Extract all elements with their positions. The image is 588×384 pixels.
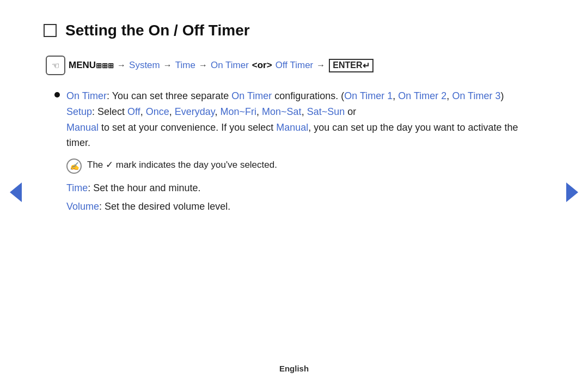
note-prefix: The (87, 160, 106, 170)
arrow-3: → (199, 60, 207, 70)
setup-label: Setup (66, 106, 92, 117)
page-container: Setting the On / Off Timer ☜ MENU⊞⊞⊞ → S… (0, 0, 588, 384)
checkbox-icon (44, 24, 57, 37)
volume-item-desc: : Set the desired volume level. (99, 201, 230, 212)
or-text: or (345, 106, 356, 117)
comma-5: , (215, 106, 220, 117)
enter-button: ENTER↵ (329, 59, 373, 72)
setup-desc2: to set at your convenience. If you selec… (99, 122, 276, 133)
manual-val: Manual (66, 122, 99, 133)
note-row: ✍ The ✓ mark indicates the day you've se… (66, 157, 544, 174)
or-label: <or> (252, 60, 272, 71)
sat-sun-val: Sat~Sun (307, 106, 345, 117)
time-item-label: Time (66, 182, 88, 193)
note-text: The ✓ mark indicates the day you've sele… (87, 157, 277, 172)
comma-7: , (302, 106, 307, 117)
everyday-val: Everyday (175, 106, 215, 117)
on-timer-3: On Timer 3 (452, 90, 500, 101)
setup-desc1: : Select (92, 106, 127, 117)
once-val: Once (146, 106, 169, 117)
note-suffix: mark indicates the day you've selected. (113, 160, 277, 170)
comma-6: , (256, 106, 262, 117)
comma-4: , (169, 106, 175, 117)
volume-item-label: Volume (66, 201, 99, 212)
time-item: Time: Set the hour and minute. (66, 180, 544, 197)
on-timer-2: On Timer 2 (398, 90, 446, 101)
on-timer-desc1: : You can set three separate (107, 90, 231, 101)
on-timer-1: On Timer 1 (344, 90, 393, 101)
manual-ref: Manual (276, 122, 308, 133)
checkmark: ✓ (106, 160, 113, 170)
page-title: Setting the On / Off Timer (65, 22, 250, 39)
off-timer-menu: Off Timer (275, 60, 314, 71)
nav-arrow-left[interactable] (10, 182, 22, 202)
volume-item: Volume: Set the desired volume level. (66, 199, 544, 215)
note-icon: ✍ (66, 159, 82, 174)
on-timer-menu: On Timer (211, 60, 249, 71)
content-section: On Timer: You can set three separate On … (54, 88, 544, 215)
on-timer-label: On Timer (66, 90, 107, 101)
time-item-desc: : Set the hour and minute. (88, 182, 200, 193)
arrow-4: → (316, 60, 325, 70)
time-label: Time (175, 60, 195, 71)
menu-hand-icon: ☜ (46, 56, 65, 75)
off-val: Off (127, 106, 140, 117)
on-timer-ref: On Timer (231, 90, 272, 101)
footer-language: English (279, 364, 309, 373)
menu-path: ☜ MENU⊞⊞⊞ → System → Time → On Timer <or… (46, 56, 544, 75)
bullet-content: On Timer: You can set three separate On … (66, 88, 544, 151)
bullet-dot (54, 92, 60, 97)
system-label: System (129, 60, 160, 71)
mon-sat-val: Mon~Sat (262, 106, 302, 117)
menu-label: MENU⊞⊞⊞ (69, 60, 114, 71)
on-timer-close: ) (500, 90, 504, 101)
enter-label: ENTER (333, 60, 362, 70)
page-title-row: Setting the On / Off Timer (44, 22, 544, 39)
on-timer-desc2: configurations. ( (272, 90, 344, 101)
comma-2: , (446, 90, 452, 101)
arrow-1: → (117, 60, 126, 70)
mon-fri-val: Mon~Fri (220, 106, 257, 117)
nav-arrow-right[interactable] (566, 182, 578, 202)
bullet-item: On Timer: You can set three separate On … (54, 88, 544, 151)
comma-3: , (140, 106, 146, 117)
comma-1: , (393, 90, 398, 101)
arrow-2: → (163, 60, 172, 70)
